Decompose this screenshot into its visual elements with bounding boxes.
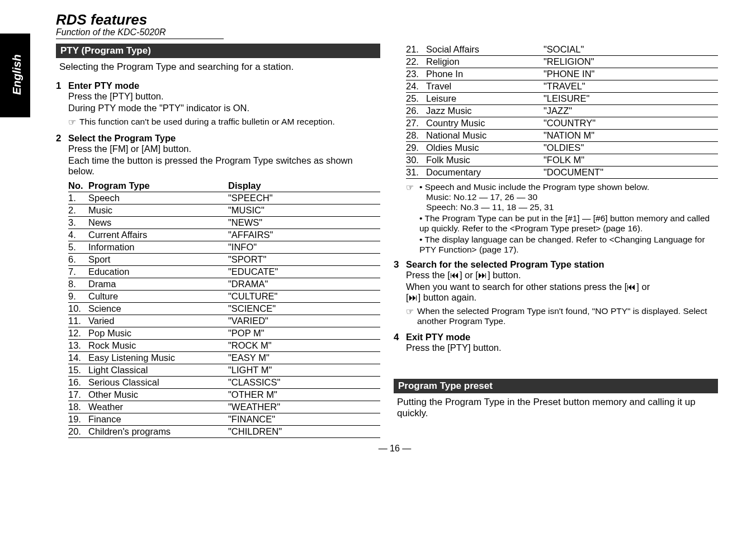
cell-program-type: Speech xyxy=(88,192,228,204)
table-row: 24.Travel"TRAVEL" xyxy=(406,80,718,93)
cell-display: "LIGHT M" xyxy=(228,364,380,377)
cell-display: "POP M" xyxy=(228,327,380,340)
table-row: 23.Phone In"PHONE IN" xyxy=(406,68,718,80)
cell-display: "EASY M" xyxy=(228,352,380,364)
press-pre: Press the [ xyxy=(406,270,450,280)
step-press: Press the [PTY] button. xyxy=(406,342,718,353)
note-icon: ☞ xyxy=(68,117,76,127)
table-row: 25.Leisure"LEISURE" xyxy=(406,93,718,105)
cell-display: "SCIENCE" xyxy=(228,303,380,315)
language-tab-label: English xyxy=(11,53,23,97)
th-display: Display xyxy=(228,180,380,192)
cell-program-type: Oldies Music xyxy=(426,142,544,154)
step-number: 3 xyxy=(394,259,406,303)
table-row: 28.National Music"NATION M" xyxy=(406,130,718,142)
cell-display: "OLDIES" xyxy=(544,142,718,154)
cell-no: 23. xyxy=(406,68,426,80)
cell-program-type: Information xyxy=(88,241,228,254)
cell-program-type: Folk Music xyxy=(426,154,544,166)
cell-display: "SPEECH" xyxy=(228,192,380,204)
step-number: 4 xyxy=(394,332,406,353)
cell-program-type: Social Affairs xyxy=(426,44,544,56)
language-tab: English xyxy=(0,34,30,117)
cell-no: 18. xyxy=(68,401,88,413)
cell-program-type: Country Music xyxy=(426,117,544,130)
bullet-sub: Speech: No.3 — 11, 18 — 25, 31 xyxy=(426,202,554,212)
cell-program-type: Music xyxy=(88,204,228,217)
table-row: 16.Serious Classical"CLASSICS" xyxy=(68,377,380,389)
table-body: 1.Speech"SPEECH"2.Music"MUSIC"3.News"NEW… xyxy=(68,192,380,438)
section-lead: Selecting the Program Type and searching… xyxy=(59,61,380,73)
bullet-inner: Speech and Music include the Program typ… xyxy=(425,182,650,192)
cell-program-type: Finance xyxy=(88,413,228,426)
cell-program-type: Documentary xyxy=(426,166,544,179)
page-subtitle: Function of the KDC-5020R xyxy=(56,27,224,39)
cell-no: 29. xyxy=(406,142,426,154)
step-1: 1 Enter PTY mode Press the [PTY] button.… xyxy=(56,80,380,113)
th-program-type: Program Type xyxy=(88,180,228,192)
skip-prev-icon: ⏮ xyxy=(450,270,460,280)
text: ] button again. xyxy=(418,292,477,302)
skip-next-icon: ⏭ xyxy=(478,270,488,280)
cell-display: "RELIGION" xyxy=(544,56,718,68)
cell-program-type: Drama xyxy=(88,278,228,291)
table-row: 7.Education"EDUCATE" xyxy=(68,266,380,278)
cell-display: "SOCIAL" xyxy=(544,44,718,56)
press-mid: ] or [ xyxy=(460,270,478,280)
note-text-group: • Speech and Music include the Program t… xyxy=(419,182,718,212)
cell-program-type: Culture xyxy=(88,291,228,303)
program-type-table-left: No. Program Type Display 1.Speech"SPEECH… xyxy=(68,180,380,438)
note-text: • The Program Type can be put in the [#1… xyxy=(419,213,718,234)
section-header-pty: PTY (Program Type) xyxy=(56,44,380,58)
note-row: ☞ • Speech and Music include the Program… xyxy=(406,182,718,212)
cell-no: 30. xyxy=(406,154,426,166)
program-type-table-right: 21.Social Affairs"SOCIAL"22.Religion"REL… xyxy=(406,44,718,179)
cell-no: 7. xyxy=(68,266,88,278)
table-row: 20.Children's programs"CHILDREN" xyxy=(68,426,380,438)
cell-program-type: Jazz Music xyxy=(426,105,544,117)
step-3: 3 Search for the selected Program Type s… xyxy=(394,259,718,303)
cell-no: 6. xyxy=(68,254,88,266)
table-row: 15.Light Classical"LIGHT M" xyxy=(68,364,380,377)
table-row: 14.Easy Listening Music"EASY M" xyxy=(68,352,380,364)
cell-no: 22. xyxy=(406,56,426,68)
th-no: No. xyxy=(68,180,88,192)
step-note: When you want to search for other statio… xyxy=(406,282,718,303)
two-columns: PTY (Program Type) Selecting the Program… xyxy=(56,44,734,438)
cell-no: 11. xyxy=(68,315,88,327)
table-row: 17.Other Music"OTHER M" xyxy=(68,389,380,401)
cell-no: 15. xyxy=(68,364,88,377)
cell-program-type: Light Classical xyxy=(88,364,228,377)
cell-display: "NATION M" xyxy=(544,130,718,142)
caution-text: This function can't be used during a tra… xyxy=(79,117,335,127)
table-row: 12.Pop Music"POP M" xyxy=(68,327,380,340)
cell-display: "SPORT" xyxy=(228,254,380,266)
cell-no: 25. xyxy=(406,93,426,105)
cell-no: 8. xyxy=(68,278,88,291)
press-post: ] button. xyxy=(488,270,521,280)
cell-no: 9. xyxy=(68,291,88,303)
cell-display: "COUNTRY" xyxy=(544,117,718,130)
step-body: Enter PTY mode Press the [PTY] button. D… xyxy=(68,80,380,113)
cell-display: "MUSIC" xyxy=(228,204,380,217)
cell-program-type: Pop Music xyxy=(88,327,228,340)
cell-no: 31. xyxy=(406,166,426,179)
table-row: 2.Music"MUSIC" xyxy=(68,204,380,217)
step-title: Exit PTY mode xyxy=(406,332,718,342)
step1-caution: ☞ This function can't be used during a t… xyxy=(68,117,380,127)
table-row: 18.Weather"WEATHER" xyxy=(68,401,380,413)
step-2: 2 Select the Program Type Press the [FM]… xyxy=(56,133,380,177)
cell-display: "NEWS" xyxy=(228,217,380,229)
bullet-sub: Music: No.12 — 17, 26 — 30 xyxy=(426,192,537,202)
cell-no: 28. xyxy=(406,130,426,142)
cell-program-type: Current Affairs xyxy=(88,229,228,241)
cell-no: 14. xyxy=(68,352,88,364)
cell-program-type: News xyxy=(88,217,228,229)
cell-display: "OTHER M" xyxy=(228,389,380,401)
note-text: • The display language can be changed. R… xyxy=(419,235,718,255)
cell-display: "JAZZ" xyxy=(544,105,718,117)
table-row: 31.Documentary"DOCUMENT" xyxy=(406,166,718,179)
cell-program-type: Sport xyxy=(88,254,228,266)
cell-program-type: Rock Music xyxy=(88,340,228,352)
note-icon: ☞ xyxy=(406,306,414,317)
